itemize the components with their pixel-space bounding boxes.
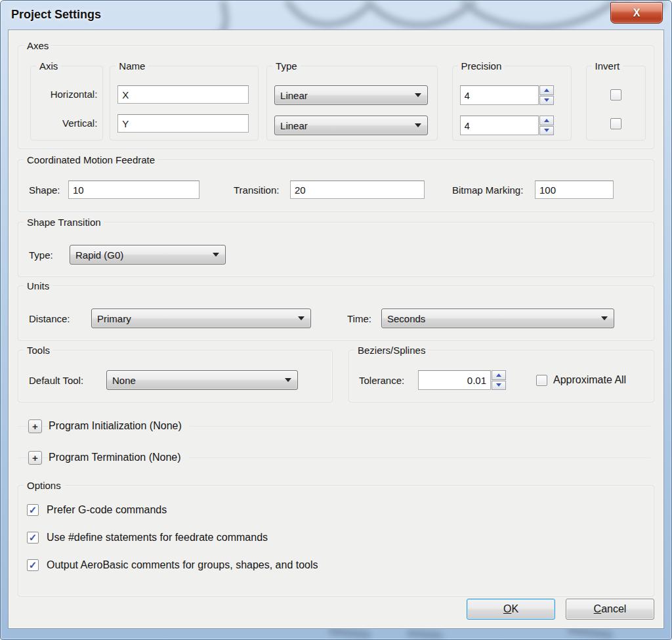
ok-button[interactable]: OK — [467, 599, 555, 620]
chevron-down-icon — [601, 316, 608, 320]
invert-column-group: Invert ✓ ✓ — [586, 66, 646, 140]
options-group-label: Options — [24, 479, 64, 492]
vertical-precision-input[interactable] — [460, 116, 539, 135]
chevron-down-icon — [213, 253, 219, 257]
horizontal-axis-type-select[interactable]: Linear — [274, 85, 427, 105]
cancel-button[interactable]: Cancel — [566, 599, 654, 620]
precision-column-group: Precision — [452, 66, 572, 140]
ok-button-label: OK — [503, 603, 518, 615]
distance-units-value: Primary — [97, 313, 131, 324]
time-units-label: Time: — [347, 313, 381, 324]
chevron-down-icon — [415, 93, 421, 97]
spin-up-button[interactable] — [539, 116, 554, 125]
axis-column-group: Axis Horizontal: Vertical: — [30, 66, 103, 140]
type-column-group: Type Linear Linear — [266, 66, 437, 140]
distance-units-select[interactable]: Primary — [91, 309, 311, 328]
vertical-precision-spinner — [460, 116, 554, 135]
precision-column-label: Precision — [458, 60, 505, 73]
spin-up-button[interactable] — [492, 370, 506, 380]
approximate-all-label: Approximate All — [553, 374, 626, 386]
tolerance-input[interactable] — [418, 370, 491, 390]
option-row: ✓ Use #define statements for feedrate co… — [27, 532, 644, 544]
prefer-gcode-checkbox[interactable]: ✓ — [27, 504, 39, 516]
default-tool-label: Default Tool: — [29, 375, 106, 386]
spin-up-button[interactable] — [539, 85, 554, 95]
program-termination-label: Program Termination (None) — [49, 452, 189, 463]
check-icon: ✓ — [29, 560, 37, 570]
close-button[interactable]: X — [610, 2, 663, 24]
shape-transition-type-value: Rapid (G0) — [75, 249, 123, 261]
define-statements-checkbox[interactable]: ✓ — [27, 532, 39, 544]
vertical-axis-type-select[interactable]: Linear — [274, 116, 427, 135]
arrow-down-icon — [544, 98, 549, 102]
arrow-down-icon — [544, 129, 549, 132]
arrow-up-icon — [496, 373, 501, 377]
shape-transition-group-label: Shape Transition — [24, 216, 104, 229]
window-title: Project Settings — [11, 8, 101, 22]
option-row: ✓ Prefer G-code commands — [27, 504, 644, 516]
aerobasic-comments-label: Output AeroBasic comments for groups, sh… — [47, 559, 318, 571]
spin-down-button[interactable] — [539, 126, 554, 136]
plus-icon: + — [32, 453, 38, 463]
prefer-gcode-label: Prefer G-code commands — [47, 504, 167, 516]
name-column-label: Name — [116, 60, 148, 73]
program-termination-expander: + Program Termination (None) — [18, 448, 654, 467]
horizontal-axis-label: Horizontal: — [31, 85, 97, 104]
spin-down-button[interactable] — [539, 96, 554, 106]
approximate-all-checkbox[interactable]: ✓ — [536, 375, 547, 386]
axes-group: Axes Axis Horizontal: Vertical: Name — [18, 45, 654, 149]
units-group: Units Distance: Primary Time: Seconds — [18, 286, 654, 341]
time-units-select[interactable]: Seconds — [381, 309, 614, 328]
type-column-label: Type — [272, 60, 301, 73]
horizontal-axis-name-input[interactable] — [117, 85, 249, 104]
bitmap-marking-label: Bitmap Marking: — [452, 184, 535, 196]
shape-feedrate-label: Shape: — [29, 184, 68, 196]
expand-button[interactable]: + — [28, 419, 42, 433]
time-units-value: Seconds — [387, 313, 425, 324]
beziers-splines-group: Beziers/Splines Tolerance: ✓ Approximate… — [348, 350, 654, 402]
axes-group-label: Axes — [24, 39, 52, 53]
shape-transition-type-select[interactable]: Rapid (G0) — [70, 245, 226, 265]
program-initialization-label: Program Initialization (None) — [49, 420, 190, 432]
transition-feedrate-input[interactable] — [290, 181, 425, 199]
beziers-splines-group-label: Beziers/Splines — [354, 344, 429, 357]
horizontal-precision-spinner — [460, 85, 554, 105]
feedrate-group-label: Coordinated Motion Feedrate — [24, 154, 158, 167]
shape-transition-type-label: Type: — [29, 249, 70, 261]
tolerance-spinner — [418, 370, 506, 390]
expand-button[interactable]: + — [28, 451, 42, 465]
aerobasic-comments-checkbox[interactable]: ✓ — [27, 559, 39, 571]
distance-units-label: Distance: — [29, 313, 91, 324]
vertical-axis-label: Vertical: — [31, 114, 97, 133]
transition-feedrate-label: Transition: — [234, 184, 290, 196]
window-frame: Project Settings X Axes Axis Horizontal:… — [0, 0, 672, 640]
options-group: Options ✓ Prefer G-code commands ✓ Use #… — [18, 485, 654, 597]
define-statements-label: Use #define statements for feedrate comm… — [47, 532, 268, 544]
chevron-down-icon — [285, 378, 291, 382]
check-icon: ✓ — [29, 532, 37, 542]
default-tool-select[interactable]: None — [106, 370, 298, 390]
shape-feedrate-input[interactable] — [68, 181, 200, 199]
arrow-up-icon — [544, 89, 549, 92]
horizontal-invert-checkbox[interactable]: ✓ — [610, 89, 621, 100]
spin-down-button[interactable] — [492, 381, 506, 391]
footer-buttons: OK Cancel — [467, 599, 654, 620]
arrow-up-icon — [544, 119, 549, 122]
titlebar[interactable]: Project Settings X — [1, 1, 671, 30]
close-icon: X — [633, 7, 640, 19]
vertical-axis-name-input[interactable] — [117, 114, 249, 133]
vertical-invert-checkbox[interactable]: ✓ — [610, 118, 621, 129]
dialog-body: Axes Axis Horizontal: Vertical: Name — [8, 30, 664, 629]
feedrate-group: Coordinated Motion Feedrate Shape: Trans… — [18, 160, 654, 212]
chevron-down-icon — [415, 123, 421, 127]
shape-transition-group: Shape Transition Type: Rapid (G0) — [18, 222, 654, 277]
arrow-down-icon — [496, 383, 501, 387]
tools-group-label: Tools — [24, 344, 53, 357]
invert-column-label: Invert — [592, 60, 623, 73]
tolerance-label: Tolerance: — [359, 375, 418, 386]
plus-icon: + — [32, 421, 38, 431]
axis-column-label: Axis — [36, 60, 61, 73]
horizontal-precision-input[interactable] — [460, 85, 539, 105]
units-group-label: Units — [24, 280, 52, 293]
bitmap-marking-input[interactable] — [535, 181, 614, 199]
